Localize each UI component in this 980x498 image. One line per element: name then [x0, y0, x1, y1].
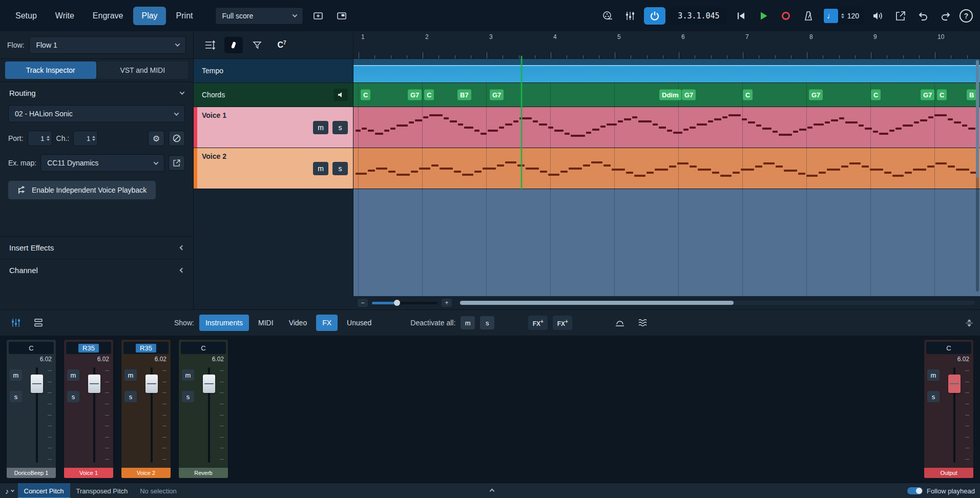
deactivate-all-mute-button[interactable]: m [461, 316, 475, 329]
follow-playhead-toggle[interactable] [907, 487, 923, 494]
strip-pan-value[interactable]: C [181, 342, 226, 354]
fader-handle[interactable] [948, 375, 961, 393]
share-button[interactable] [892, 8, 909, 24]
chord-symbol[interactable]: G7 [921, 90, 934, 100]
playhead[interactable] [521, 56, 522, 189]
strip-mute-button[interactable]: m [124, 369, 137, 381]
undo-button[interactable] [914, 8, 932, 24]
open-expression-map-button[interactable] [169, 155, 185, 171]
show-filter-video[interactable]: Video [283, 315, 314, 331]
strip-mute-button[interactable]: m [67, 369, 79, 381]
strip-mute-button[interactable]: m [10, 369, 22, 381]
fader-handle[interactable] [88, 375, 100, 393]
strip-gain-value[interactable]: 6.02 [121, 354, 171, 364]
rewind-button[interactable] [732, 8, 749, 24]
track-height-button[interactable] [201, 37, 219, 53]
voice1-track-header[interactable]: Voice 1 m s [194, 107, 353, 148]
show-filter-fx[interactable]: FX [316, 315, 338, 331]
chord-symbol[interactable]: G7 [809, 90, 823, 100]
redo-button[interactable] [937, 8, 954, 24]
layout-select[interactable]: Full score [215, 7, 303, 25]
filter-button[interactable] [248, 37, 266, 53]
chord-track-button[interactable]: C7 [272, 37, 292, 53]
mode-tab-play[interactable]: Play [133, 7, 165, 25]
add-fx-send-button[interactable]: FX+ [553, 316, 572, 330]
chord-symbol[interactable]: Ddim [659, 90, 681, 100]
statusbar-concert-pitch[interactable]: Concert Pitch [18, 483, 70, 498]
channel-strip-view-button[interactable] [30, 315, 47, 331]
mixer-button[interactable] [621, 8, 639, 24]
instrument-select[interactable]: 02 - HALion Sonic [8, 105, 185, 122]
chord-symbol[interactable]: B [967, 90, 976, 100]
voice2-lane[interactable] [353, 148, 980, 189]
show-filter-midi[interactable]: MIDI [252, 315, 280, 331]
volume-button[interactable] [869, 8, 887, 24]
statusbar-transposed-pitch[interactable]: Transposed Pitch [70, 483, 134, 498]
strip-gain-value[interactable]: 6.02 [7, 354, 56, 364]
record-button[interactable] [777, 8, 795, 24]
single-window-button[interactable] [333, 8, 350, 24]
chords-lane[interactable]: CG7CB7G7DdimG7CG7CG7CB [353, 83, 980, 107]
metronome-button[interactable] [800, 8, 817, 24]
zoom-slider-knob[interactable] [394, 300, 400, 306]
mode-tab-print[interactable]: Print [168, 7, 201, 25]
chord-symbol[interactable]: G7 [682, 90, 696, 100]
horizontal-scrollbar-thumb[interactable] [460, 301, 734, 305]
independent-voice-playback-button[interactable]: Enable Independent Voice Playback [8, 181, 156, 199]
mixer-strip-voice-2[interactable]: R356.02msVoice 2 [121, 339, 171, 479]
new-window-button[interactable] [309, 8, 327, 24]
chord-symbol[interactable]: G7 [490, 90, 504, 100]
strip-pan-value[interactable]: R35 [66, 342, 111, 354]
strip-pan-value[interactable]: R35 [123, 342, 169, 354]
voice2-solo-button[interactable]: s [332, 162, 348, 175]
strip-pan-value[interactable]: C [926, 342, 971, 354]
mixer-strip-voice-1[interactable]: R356.02msVoice 1 [64, 339, 114, 479]
chord-symbol[interactable]: C [871, 90, 881, 100]
voice2-mute-button[interactable]: m [313, 162, 328, 175]
mixer-strip-reverb[interactable]: C6.02msReverb [178, 339, 228, 479]
zoom-slider[interactable] [372, 302, 437, 304]
timeline-ruler[interactable]: 12345678910 [353, 31, 980, 59]
tempo-display[interactable]: ♩ 120 [822, 7, 864, 25]
tab-vst-and-midi[interactable]: VST and MIDI [97, 61, 189, 79]
tempo-track-header[interactable]: Tempo [194, 59, 353, 82]
chords-track-header[interactable]: Chords [194, 83, 353, 107]
channel-input[interactable]: 1 [73, 131, 98, 146]
empty-lane-area[interactable] [353, 189, 980, 296]
strip-solo-button[interactable]: s [124, 391, 137, 402]
voice2-track-header[interactable]: Voice 2 m s [194, 148, 353, 189]
show-filter-instruments[interactable]: Instruments [199, 315, 249, 331]
zoom-in-button[interactable]: + [442, 299, 452, 307]
reset-routing-button[interactable] [169, 131, 185, 146]
strip-mute-button[interactable]: m [927, 369, 940, 381]
routing-section-header[interactable]: Routing [0, 81, 193, 104]
strip-pan-value[interactable]: C [9, 342, 54, 354]
horizontal-scrollbar[interactable] [459, 301, 975, 305]
voice1-lane[interactable] [353, 107, 980, 148]
vertical-scrollbar[interactable] [976, 60, 979, 292]
show-filter-unused[interactable]: Unused [341, 315, 378, 331]
chord-symbol[interactable]: G7 [408, 90, 422, 100]
zoom-out-button[interactable]: − [358, 299, 368, 307]
chords-audition-button[interactable] [333, 89, 348, 101]
mixer-strip-output[interactable]: C6.02msOutput [924, 339, 974, 479]
plugin-settings-button[interactable]: ⚙ [148, 131, 164, 146]
strip-solo-button[interactable]: s [182, 391, 194, 402]
flow-select[interactable]: Flow 1 [29, 36, 186, 54]
mode-tab-write[interactable]: Write [47, 7, 82, 25]
sends-button[interactable] [611, 315, 629, 331]
strip-gain-value[interactable]: 6.02 [179, 354, 228, 364]
tempo-spinner[interactable] [841, 13, 844, 18]
strip-solo-button[interactable]: s [67, 391, 79, 402]
strip-gain-value[interactable]: 6.02 [64, 354, 113, 364]
channel-stepper[interactable] [92, 136, 95, 141]
vertical-scrollbar-thumb[interactable] [976, 60, 979, 178]
add-fx-channel-button[interactable]: FX+ [528, 316, 548, 330]
playback-options-button[interactable]: ♪ [5, 487, 14, 495]
signal-waves-button[interactable] [634, 315, 651, 331]
strip-gain-value[interactable]: 6.02 [924, 354, 973, 364]
fader-handle[interactable] [31, 375, 43, 393]
playback-engine-button[interactable] [644, 7, 665, 25]
mode-tab-setup[interactable]: Setup [7, 7, 45, 25]
strip-solo-button[interactable]: s [927, 391, 940, 402]
